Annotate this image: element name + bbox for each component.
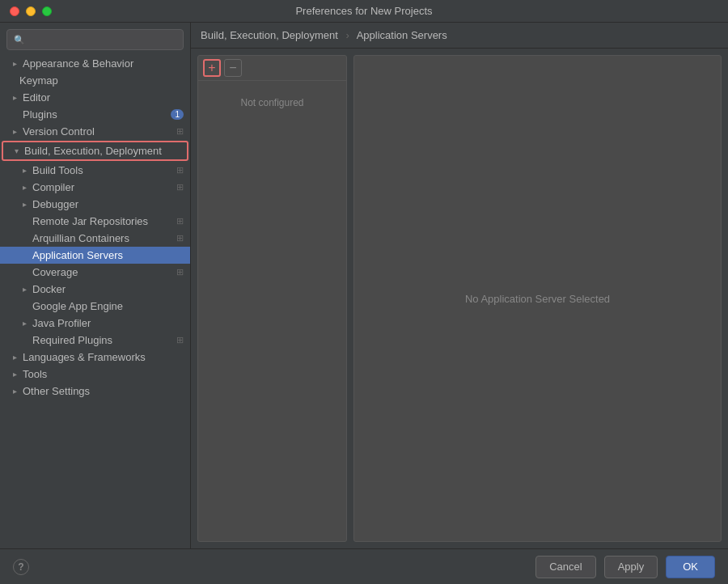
sidebar-item-label: Tools (23, 368, 184, 380)
search-icon: 🔍 (14, 35, 25, 45)
sidebar-item-label: Application Servers (32, 249, 184, 261)
chevron-icon (10, 59, 19, 69)
sidebar-item-compiler[interactable]: Compiler ⊞ (0, 179, 190, 196)
sidebar: 🔍 Appearance & Behavior Keymap Editor Pl… (0, 23, 191, 548)
sidebar-item-appearance[interactable]: Appearance & Behavior (0, 55, 190, 72)
plugins-badge: 1 (171, 109, 184, 120)
sidebar-item-label: Java Profiler (32, 317, 184, 329)
footer-left: ? (13, 559, 29, 575)
sidebar-item-keymap[interactable]: Keymap (0, 72, 190, 89)
sidebar-item-label: Required Plugins (32, 334, 173, 346)
ok-button[interactable]: OK (666, 556, 715, 578)
main-container: 🔍 Appearance & Behavior Keymap Editor Pl… (0, 23, 728, 548)
sidebar-item-java-profiler[interactable]: Java Profiler (0, 315, 190, 332)
window-title: Preferences for New Projects (295, 5, 432, 17)
footer: ? Cancel Apply OK (0, 548, 728, 584)
chevron-icon (11, 146, 21, 156)
cancel-button[interactable]: Cancel (535, 556, 595, 578)
search-input[interactable] (30, 34, 176, 45)
sidebar-item-arquillian[interactable]: Arquillian Containers ⊞ (0, 230, 190, 247)
sidebar-item-languages[interactable]: Languages & Frameworks (0, 349, 190, 366)
add-server-button[interactable]: + (203, 59, 221, 77)
sidebar-item-version-control[interactable]: Version Control ⊞ (0, 123, 190, 140)
server-detail-panel: No Application Server Selected (353, 55, 722, 542)
chevron-icon (19, 166, 29, 176)
no-server-text: No Application Server Selected (465, 293, 610, 305)
sidebar-item-google-app-engine[interactable]: Google App Engine (0, 298, 190, 315)
minimize-button[interactable] (26, 6, 36, 16)
apply-button[interactable]: Apply (604, 556, 658, 578)
help-button[interactable]: ? (13, 559, 29, 575)
panel-toolbar: + − (198, 56, 346, 81)
sidebar-item-label: Remote Jar Repositories (32, 215, 173, 227)
search-box[interactable]: 🔍 (6, 29, 184, 50)
sidebar-item-remote-jar[interactable]: Remote Jar Repositories ⊞ (0, 213, 190, 230)
sidebar-item-label: Version Control (23, 125, 173, 138)
not-configured-text: Not configured (198, 81, 346, 541)
sidebar-item-label: Docker (32, 283, 184, 295)
breadcrumb-part1: Build, Execution, Deployment (201, 29, 338, 41)
sidebar-item-label: Plugins (23, 108, 167, 121)
sidebar-item-plugins[interactable]: Plugins 1 (0, 106, 190, 123)
sidebar-item-label: Google App Engine (32, 300, 184, 312)
remove-server-button[interactable]: − (224, 59, 242, 77)
settings-icon: ⊞ (176, 233, 184, 243)
sidebar-item-required-plugins[interactable]: Required Plugins ⊞ (0, 332, 190, 349)
content-area: Build, Execution, Deployment › Applicati… (191, 23, 728, 548)
sidebar-item-tools[interactable]: Tools (0, 366, 190, 383)
settings-icon: ⊞ (176, 182, 184, 193)
sidebar-item-app-servers[interactable]: Application Servers (0, 247, 190, 264)
sidebar-item-label: Debugger (32, 198, 184, 210)
settings-icon: ⊞ (176, 165, 184, 176)
close-button[interactable] (10, 6, 19, 16)
breadcrumb-separator: › (345, 29, 349, 41)
chevron-icon (10, 353, 19, 362)
footer-right: Cancel Apply OK (535, 556, 715, 578)
maximize-button[interactable] (42, 6, 52, 16)
sidebar-item-debugger[interactable]: Debugger (0, 196, 190, 213)
sidebar-item-label: Languages & Frameworks (23, 351, 184, 363)
breadcrumb: Build, Execution, Deployment › Applicati… (191, 23, 728, 49)
chevron-icon (19, 319, 29, 328)
chevron-icon (10, 387, 19, 396)
window-controls[interactable] (10, 6, 52, 16)
chevron-icon (19, 200, 29, 209)
sidebar-item-label: Build, Execution, Deployment (24, 145, 180, 157)
settings-icon: ⊞ (176, 335, 184, 345)
sidebar-item-label: Compiler (32, 181, 173, 193)
sidebar-item-coverage[interactable]: Coverage ⊞ (0, 264, 190, 281)
sidebar-item-editor[interactable]: Editor (0, 89, 190, 106)
chevron-icon (10, 93, 19, 103)
sidebar-item-label: Other Settings (23, 385, 184, 397)
chevron-icon (10, 127, 19, 137)
sidebar-item-docker[interactable]: Docker (0, 281, 190, 298)
sidebar-item-label: Editor (23, 91, 184, 104)
sidebar-item-build-exec[interactable]: Build, Execution, Deployment (2, 141, 188, 161)
chevron-icon (19, 285, 29, 294)
settings-icon: ⊞ (176, 216, 184, 226)
server-list-panel: + − Not configured (197, 55, 347, 542)
sidebar-item-label: Coverage (32, 266, 173, 278)
sidebar-item-label: Keymap (19, 74, 184, 87)
breadcrumb-part2: Application Servers (357, 29, 447, 41)
title-bar: Preferences for New Projects (0, 0, 728, 23)
settings-icon: ⊞ (176, 267, 184, 277)
settings-icon: ⊞ (176, 126, 184, 137)
chevron-icon (10, 370, 19, 379)
sidebar-item-other-settings[interactable]: Other Settings (0, 383, 190, 400)
sidebar-item-label: Arquillian Containers (32, 232, 173, 244)
sidebar-item-label: Appearance & Behavior (23, 57, 184, 70)
sidebar-item-label: Build Tools (32, 164, 173, 176)
panel-area: + − Not configured No Application Server… (191, 49, 728, 548)
sidebar-item-build-tools[interactable]: Build Tools ⊞ (0, 162, 190, 179)
chevron-icon (19, 183, 29, 193)
